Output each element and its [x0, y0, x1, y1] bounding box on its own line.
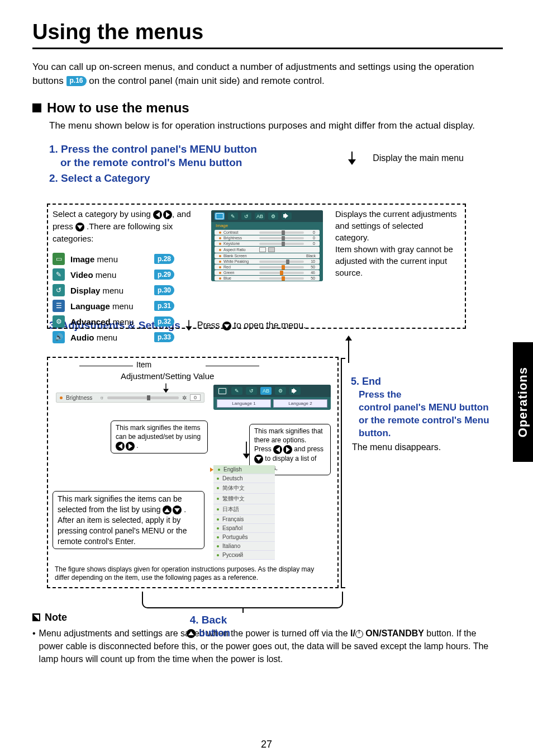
- page-ref-16[interactable]: p.16: [66, 76, 87, 86]
- power-icon: [355, 630, 363, 638]
- page-ref[interactable]: p.28: [154, 254, 174, 264]
- osd-row: Blank ScreenBlack: [215, 253, 320, 258]
- language-option: Русский: [213, 551, 275, 560]
- intro-text: You can call up on-screen menus, and con…: [32, 60, 503, 88]
- down-arrow-icon: [163, 384, 169, 393]
- osd-preview-image-menu: ✎ ↺ AB ⚙ Image Contrast0Brightness0Keyst…: [211, 210, 323, 281]
- step-4-button-line: button: [187, 627, 230, 639]
- figure-note: The figure shows displays given for oper…: [55, 565, 331, 583]
- side-tab-operations: Operations: [513, 342, 533, 462]
- howto-subtext: The menu shown below is for operation in…: [49, 119, 503, 133]
- select-cat-text-a: Select a category by using: [53, 209, 153, 219]
- language-option: Español: [213, 524, 275, 533]
- note-heading: Note: [45, 612, 67, 623]
- language-option: Italiano: [213, 542, 275, 551]
- osd-preview-language-menu: ✎ ↺ AB ⚙ Language 1 Language 2: [213, 385, 331, 410]
- osd-row: Red50: [215, 264, 320, 270]
- osd-row: White Peaking10: [215, 259, 320, 264]
- category-panel: Select a category by using , and press .…: [47, 204, 466, 329]
- menu-item-language: ☰ Language menu p.31: [53, 300, 174, 312]
- step-2-heading: 2. Select a Category: [49, 172, 503, 185]
- osd-tab-advanced-icon: ⚙: [275, 387, 286, 395]
- down-arrow-icon: [348, 152, 356, 165]
- menu-item-image: ▭ Image menu p.28: [53, 253, 174, 265]
- language-menu-icon: ☰: [53, 300, 65, 312]
- item-label: Item: [136, 360, 151, 369]
- callout-adjust-mark: This mark signifies the items can be adj…: [111, 420, 208, 453]
- display-menu-icon: ↺: [53, 284, 65, 296]
- osd-row: Keystone0: [215, 241, 320, 246]
- brightness-value: 0: [190, 394, 201, 401]
- osd-tab-image-icon: [217, 387, 228, 395]
- osd-tab-language-icon: AB: [255, 212, 265, 220]
- osd-tab-advanced-icon: ⚙: [268, 212, 278, 220]
- language-col-1: Language 1: [217, 399, 271, 408]
- osd-row: Blue50: [215, 276, 320, 281]
- page-ref[interactable]: p.32: [154, 316, 174, 327]
- language-option: Français: [213, 515, 275, 524]
- callout-list-select: This mark signifies the items can be sel…: [53, 491, 204, 549]
- step-5-heading: 5. End: [351, 376, 496, 388]
- down-button-icon: [75, 223, 84, 231]
- page-ref[interactable]: p.29: [154, 270, 174, 280]
- menu-item-advanced: ⚙ Advanced menu p.32: [53, 315, 174, 328]
- menu-item-display: ↺ Display menu p.30: [53, 284, 174, 296]
- osd-tab-display-icon: ↺: [241, 212, 251, 220]
- adjustment-panel: Item Adjustment/Setting Value Brightness…: [47, 357, 339, 588]
- step-1-line2: or the remote control's Menu button: [60, 157, 348, 169]
- up-arrow-icon: [345, 336, 352, 363]
- osd-tab-audio-icon: [282, 212, 292, 220]
- osd-tab-video-icon: ✎: [231, 387, 242, 395]
- display-main-label: Display the main menu: [373, 153, 464, 163]
- title-rule: [32, 48, 503, 49]
- osd-row: Aspect Ratio: [215, 247, 320, 253]
- note-bullet: • Menu adjustments and settings are save…: [32, 627, 503, 666]
- section-heading-howto: How to use the menus: [47, 100, 189, 116]
- language-option: 繁體中文: [213, 494, 275, 504]
- left-right-buttons-icon: [153, 210, 172, 219]
- osd-tab-display-icon: ↺: [246, 387, 257, 395]
- bracket-line: [341, 358, 342, 588]
- language-option: English: [213, 465, 275, 474]
- page-ref[interactable]: p.31: [154, 301, 174, 311]
- section-bullet-icon: [32, 103, 41, 112]
- osd-row: Contrast0: [215, 230, 320, 235]
- language-option: 日本語: [213, 504, 275, 515]
- bottom-bracket: [142, 592, 343, 608]
- language-option: 简体中文: [213, 483, 275, 494]
- page-ref[interactable]: p.30: [154, 285, 174, 295]
- menu-item-video: ✎ Video menu p.29: [53, 268, 174, 281]
- osd-tab-audio-icon: [289, 387, 301, 395]
- down-arrow-icon: [243, 442, 250, 459]
- osd-title: Image: [211, 222, 323, 229]
- osd-row: Brightness0: [215, 235, 320, 240]
- language-option: Deutsch: [213, 474, 275, 483]
- note-bullet-icon: [32, 613, 40, 621]
- brightness-label: Brightness: [66, 395, 96, 401]
- language-col-2: Language 2: [273, 399, 327, 408]
- osd-tab-image-icon: [215, 212, 225, 220]
- osd-row: Green46: [215, 270, 320, 275]
- advanced-menu-icon: ⚙: [53, 315, 65, 328]
- audio-menu-icon: 🔊: [53, 331, 65, 343]
- language-list: English Deutsch 简体中文 繁體中文 日本語 Français E…: [213, 465, 275, 560]
- brightness-row-sample: Brightness ☼ ✲ 0: [56, 393, 204, 403]
- menu-item-audio: 🔊 Audio menu p.33: [53, 331, 174, 343]
- osd-tab-video-icon: ✎: [228, 212, 238, 220]
- image-menu-icon: ▭: [53, 253, 65, 265]
- page-title: Using the menus: [32, 20, 503, 44]
- category-right-text: Displays the current adjustments and set…: [335, 208, 459, 278]
- language-option: Português: [213, 533, 275, 542]
- step-5-body: Press thecontrol panel's MENU button or …: [359, 389, 496, 440]
- up-button-icon: [187, 629, 196, 638]
- adjustment-label: Adjustment/Setting Value: [121, 371, 214, 381]
- step-1-line1: 1. Press the control panel's MENU button: [49, 143, 348, 155]
- step-4-heading: 4. Back: [187, 614, 230, 626]
- osd-tab-language-icon: AB: [260, 387, 272, 395]
- down-arrow-icon: [185, 320, 192, 330]
- video-menu-icon: ✎: [53, 268, 65, 281]
- page-ref[interactable]: p.33: [154, 332, 174, 342]
- page-number: 27: [0, 739, 533, 750]
- step-5-desc: The menu disappears.: [352, 442, 496, 452]
